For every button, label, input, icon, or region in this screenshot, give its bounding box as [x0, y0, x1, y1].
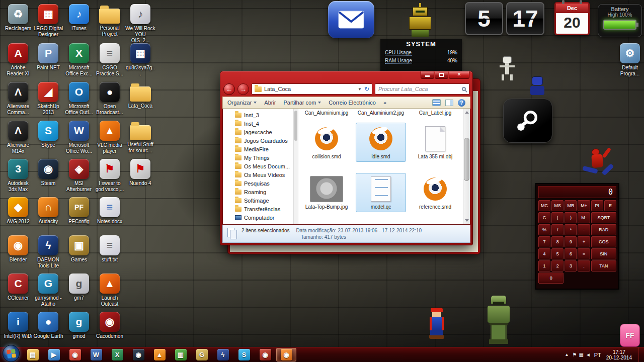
desktop-icon-default-progra[interactable]: ⚙Default Progra... [615, 43, 644, 77]
taskbar-icon-windows-media-player[interactable]: ▶ [44, 348, 64, 361]
calc-button-item[interactable]: . [578, 260, 590, 272]
help-button[interactable]: ? [458, 99, 465, 107]
sidebar-item-mediafire[interactable]: MediaFire [223, 145, 298, 153]
desktop-icon-i-swear-to-god-vasco[interactable]: ⚑I swear to god vasco,... [95, 159, 125, 193]
taskbar-icon-chrome[interactable]: ◉ [65, 348, 85, 361]
desktop-icon-pfconfig[interactable]: PFPFConfig [64, 197, 94, 225]
calc-button-sin[interactable]: SIN [591, 248, 616, 259]
desktop-icon-open-broadcast[interactable]: ●Open Broadcast... [95, 82, 125, 116]
taskbar-icon-steam[interactable]: ◉ [128, 348, 148, 361]
desktop-icon-notes-docx[interactable]: ≡Notes.docx [95, 197, 125, 225]
file-idle-smd[interactable]: idle.smd [356, 123, 406, 162]
desktop-icon-lego-digital-designer[interactable]: ▦LEGO Digital Designer [33, 4, 63, 38]
desktop-icon-itunes[interactable]: ♪iTunes [64, 4, 94, 32]
calc-button-e[interactable]: E [604, 200, 616, 211]
taskbar-icon-excel[interactable]: X [107, 348, 127, 361]
calc-button-8[interactable]: 8 [551, 236, 564, 247]
file-can-label-jpg[interactable]: Can_Label.jpg [410, 109, 460, 122]
tray-clock[interactable]: 17:17 20-12-2014 [605, 349, 633, 360]
language-indicator[interactable]: PT [594, 352, 601, 358]
desktop-icon-csgo-practice-s[interactable]: ≡CSGO Practice S... [95, 43, 125, 77]
scrollbar-thumb[interactable] [464, 138, 469, 181]
taskbar-icon-gimp[interactable]: G [192, 348, 212, 361]
calc-button-7[interactable]: 7 [538, 236, 550, 247]
address-bar[interactable]: Lata_Coca ▼ ↻ [252, 83, 372, 95]
maximize-button[interactable] [435, 71, 448, 79]
taskbar-icon-vlc[interactable]: ▲ [149, 348, 170, 361]
desktop-icon-steam[interactable]: ◉Steam [33, 159, 63, 187]
minimize-button[interactable] [421, 71, 434, 79]
file-can-aluminium2-jpg[interactable]: Can_Aluminium2.jpg [356, 109, 406, 122]
address-dropdown-icon[interactable]: ▼ [358, 87, 362, 92]
desktop-icon-msi-afterburner[interactable]: ◈MSI Afterburner [64, 159, 94, 193]
taskbar-icon-skype[interactable]: S [234, 348, 254, 361]
calc-button-4[interactable]: 4 [538, 248, 550, 259]
calc-button-mc[interactable]: MC [538, 200, 550, 211]
calc-button-tan[interactable]: TAN [591, 260, 616, 272]
file-collision-smd[interactable]: collision.smd [301, 123, 352, 162]
taskbar-icon-doom[interactable]: ◉ [255, 348, 275, 361]
calc-button-0[interactable]: 0 [538, 273, 564, 284]
desktop-icon-vlc-media-player[interactable]: ▲VLC media player [95, 121, 125, 154]
desktop-icon-microsoft-office-outl[interactable]: OMicrosoft Office Outl... [64, 82, 94, 116]
change-view-button[interactable] [432, 99, 441, 106]
calc-button-2[interactable]: 2 [551, 260, 564, 272]
calc-button-ms[interactable]: MS [551, 200, 564, 211]
calc-button-1[interactable]: 1 [538, 260, 550, 272]
partilhar-menu[interactable]: Partilhar com [284, 100, 321, 106]
sidebar-item-inst-3[interactable]: Inst_3 [223, 111, 298, 119]
window-titlebar[interactable]: × [222, 71, 470, 81]
start-button[interactable] [3, 345, 20, 362]
desktop-icon-personal-project[interactable]: Personal Project [95, 4, 125, 37]
desktop-icon-paint-net[interactable]: PPaint.NET [33, 43, 63, 71]
calc-button-3[interactable]: 3 [565, 260, 577, 272]
desktop-icon-ccleaner[interactable]: CCCleaner [3, 274, 33, 301]
calc-button-rad[interactable]: RAD [591, 224, 616, 235]
calc-button-item[interactable]: % [538, 224, 550, 235]
desktop-icon-sketchup-2013[interactable]: ◢SketchUp 2013 [33, 82, 63, 116]
desktop-icon-gmod[interactable]: ggmod [64, 312, 94, 339]
desktop-icon-lata-coca[interactable]: Lata_Coca [125, 82, 155, 109]
calc-button-item[interactable]: * [565, 224, 577, 235]
back-button[interactable]: ← [223, 83, 235, 95]
sidebar-item-jogos-guardados[interactable]: Jogos Guardados [223, 136, 298, 145]
file-list-scrollbar[interactable] [463, 109, 470, 224]
desktop-icon-useful-stuff-for-sourc[interactable]: Useful Stuff for sourc... [125, 121, 155, 154]
desktop-icon-autodesk-3ds-max[interactable]: 3Autodesk 3ds Max [3, 159, 33, 193]
calc-button-item[interactable]: - [578, 224, 590, 235]
desktop-icon-microsoft-office-exc[interactable]: XMicrosoft Office Exc... [64, 43, 94, 77]
calc-button-item[interactable]: + [578, 236, 590, 247]
taskbar-icon-blender[interactable]: ◉ [276, 348, 296, 361]
desktop-icon-launch-outcast[interactable]: ▲Launch Outcast [95, 274, 125, 307]
desktop-icon-blender[interactable]: ◉Blender [3, 235, 33, 263]
calc-button-5[interactable]: 5 [551, 248, 564, 259]
scroll-up-icon[interactable] [465, 111, 469, 114]
desktop-icon-reciclagem[interactable]: ♻Reciclagem [3, 4, 33, 32]
calc-button-item[interactable]: / [551, 224, 564, 235]
calc-button-sqrt[interactable]: SQRT [591, 212, 616, 223]
taskbar-icon-word[interactable]: W [86, 348, 106, 361]
desktop-icon-we-will-rock-you-ois-2[interactable]: ♪We Will Rock YOU OIS_2... [125, 4, 155, 44]
calc-button-mr[interactable]: MR [565, 200, 577, 211]
desktop-icon-gm7[interactable]: ggm7 [64, 274, 94, 301]
desktop-icon-daemon-tools-lite[interactable]: ϟDAEMON Tools Lite [33, 235, 63, 269]
calc-button-pi[interactable]: PI [591, 200, 603, 211]
desktop-icon-alienware-comma[interactable]: ΛAlienware Comma... [3, 82, 33, 116]
sidebar-item-my-things[interactable]: My Things [223, 153, 298, 162]
calc-button-item[interactable]: ( [551, 212, 564, 223]
toolbar-overflow-button[interactable]: » [383, 100, 386, 106]
calc-button-6[interactable]: 6 [565, 248, 577, 259]
desktop-icon-avg-2012[interactable]: ◆AVG 2012 [3, 197, 33, 225]
file-lata-355-ml-obj[interactable]: Lata 355 ml.obj [410, 123, 460, 162]
desktop-icon-intel-r-widi[interactable]: iIntel(R) WiDi [3, 312, 33, 339]
calc-button-item[interactable]: = [578, 248, 590, 259]
sidebar-item-transfer-ncias[interactable]: Transferências [223, 205, 298, 213]
calc-button-c[interactable]: C [538, 212, 550, 223]
calc-button-m[interactable]: M- [578, 212, 590, 223]
action-center-icon[interactable]: ⚑ [572, 352, 577, 357]
calc-button-cos[interactable]: COS [591, 236, 616, 247]
sidebar-item-os-meus-docum[interactable]: Os Meus Docum... [223, 162, 298, 170]
desktop-icon-nuendo-4[interactable]: ⚑Nuendo 4 [125, 159, 155, 187]
refresh-icon[interactable]: ↻ [364, 85, 369, 93]
taskbar-icon-daemon-tools[interactable]: ϟ [213, 348, 233, 361]
